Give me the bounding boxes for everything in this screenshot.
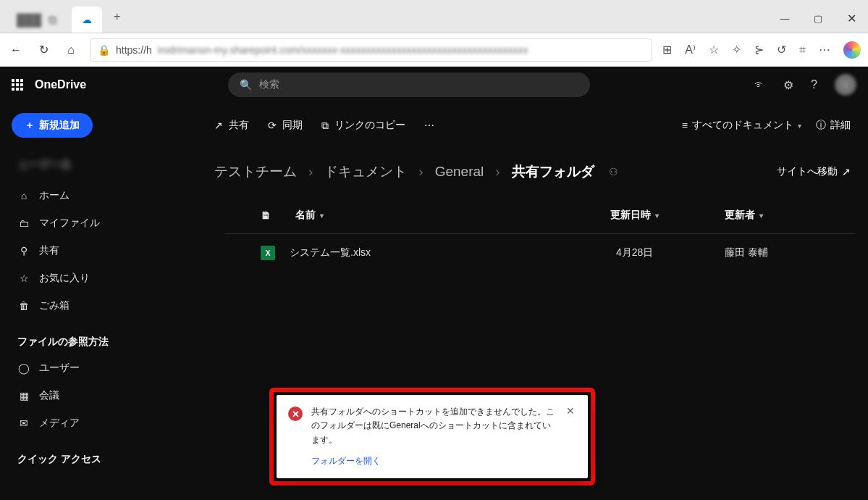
name-header[interactable]: 名前▾ — [295, 209, 604, 222]
new-button[interactable]: ＋ 新規追加 — [12, 113, 93, 138]
group-icon[interactable]: ⚇ — [609, 166, 618, 178]
trash-icon: 🗑 — [17, 300, 30, 312]
sync-icon: ⟳ — [268, 120, 277, 131]
sidebar-item-home[interactable]: ⌂ホーム — [12, 183, 198, 208]
browser-tab-strip: ███⧉ ☁ + — ▢ ✕ — [0, 0, 868, 33]
toast-message: 共有フォルダへのショートカットを追加できませんでした。このフォルダーは既にGen… — [311, 405, 555, 447]
back-button[interactable]: ← — [7, 43, 25, 57]
file-type-header[interactable]: 🗎 — [261, 209, 290, 221]
breadcrumb-current: 共有フォルダ — [512, 162, 594, 181]
address-bar[interactable]: 🔒 https://hirodrimansn-my.sharepoint.com… — [90, 38, 652, 62]
home-icon: ⌂ — [17, 190, 30, 201]
sidebar-section-browse: ファイルの参照方法 — [12, 327, 198, 353]
more-icon[interactable]: ⋯ — [819, 43, 830, 57]
help-icon[interactable]: ? — [811, 78, 817, 91]
copilot-icon[interactable] — [843, 41, 861, 59]
star-icon: ☆ — [17, 272, 30, 284]
toast-highlight-border: ✕ 共有フォルダへのショートカットを追加できませんでした。このフォルダーは既にG… — [269, 388, 595, 486]
app-header: OneDrive 🔍 検索 ᯤ ⚙ ? — [0, 67, 868, 103]
screenshot-icon[interactable]: ⌗ — [799, 43, 806, 57]
close-window-button[interactable]: ✕ — [835, 4, 868, 33]
copy-link-button[interactable]: ⧉リンクのコピー — [321, 119, 405, 132]
author-header[interactable]: 更新者▾ — [725, 209, 840, 222]
file-name[interactable]: システム一覧.xlsx — [290, 246, 616, 259]
file-table: 🗎 名前▾ 更新日時▾ 更新者▾ X システム一覧.xlsx 4月28日 藤田 … — [224, 197, 855, 272]
sidebar-item-trash[interactable]: 🗑ごみ箱 — [12, 293, 198, 318]
file-author: 藤田 泰輔 — [725, 246, 840, 259]
inactive-tab[interactable]: ███⧉ — [6, 8, 67, 33]
list-icon: ≡ — [682, 120, 688, 131]
person-icon: ◯ — [17, 362, 30, 374]
user-avatar[interactable] — [835, 74, 856, 96]
lock-icon: 🔒 — [98, 44, 110, 56]
chevron-right-icon: › — [308, 164, 313, 180]
open-folder-link[interactable]: フォルダーを開く — [311, 454, 555, 468]
sidebar: ＋ 新規追加 ユーザー名 ⌂ホーム 🗀マイファイル ⚲共有 ☆お気に入り 🗑ごみ… — [0, 103, 210, 500]
chevron-right-icon: › — [495, 164, 500, 180]
command-bar: ↗共有 ⟳同期 ⧉リンクのコピー ⋯ ≡すべてのドキュメント▾ ⓘ詳細 — [210, 112, 855, 139]
sync-button[interactable]: ⟳同期 — [268, 119, 303, 132]
go-to-site-link[interactable]: サイトへ移動↗ — [777, 165, 851, 178]
sidebar-item-favorites[interactable]: ☆お気に入り — [12, 266, 198, 291]
favorites-bar-icon[interactable]: ⊱ — [754, 43, 764, 57]
sidebar-item-media[interactable]: ✉メディア — [12, 411, 198, 436]
premium-icon[interactable]: ᯤ — [754, 78, 766, 91]
table-header: 🗎 名前▾ 更新日時▾ 更新者▾ — [224, 197, 855, 234]
browser-toolbar: ← ↻ ⌂ 🔒 https://hirodrimansn-my.sharepoi… — [0, 33, 868, 67]
address-prefix: https://h — [116, 44, 152, 56]
modified-header[interactable]: 更新日時▾ — [610, 209, 719, 222]
maximize-button[interactable]: ▢ — [801, 4, 835, 33]
chevron-right-icon: › — [418, 164, 423, 180]
new-tab-button[interactable]: + — [105, 10, 129, 23]
link-icon: ⧉ — [321, 120, 329, 132]
refresh-button[interactable]: ↻ — [35, 43, 52, 57]
view-selector[interactable]: ≡すべてのドキュメント▾ — [682, 119, 801, 132]
search-icon: 🔍 — [240, 79, 252, 91]
table-row[interactable]: X システム一覧.xlsx 4月28日 藤田 泰輔 — [224, 234, 855, 272]
share-button[interactable]: ↗共有 — [214, 119, 249, 132]
external-icon: ↗ — [842, 166, 851, 178]
file-date: 4月28日 — [616, 246, 725, 259]
shopping-icon[interactable]: ⊞ — [662, 43, 672, 57]
sidebar-item-users[interactable]: ◯ユーザー — [12, 356, 198, 380]
calendar-icon: ▦ — [17, 390, 30, 401]
extensions-icon[interactable]: ✧ — [732, 43, 741, 57]
breadcrumb-item[interactable]: General — [435, 164, 484, 180]
sidebar-item-myfiles[interactable]: 🗀マイファイル — [12, 211, 198, 236]
tabs-icon: ⧉ — [49, 14, 56, 27]
search-input[interactable]: 🔍 検索 — [228, 72, 590, 97]
people-icon: ⚲ — [17, 245, 30, 257]
breadcrumb-item[interactable]: テストチーム — [214, 162, 297, 181]
settings-icon[interactable]: ⚙ — [783, 78, 793, 92]
read-aloud-icon[interactable]: A⁾ — [685, 43, 696, 57]
minimize-button[interactable]: — — [768, 4, 801, 33]
chevron-down-icon: ▾ — [655, 212, 659, 220]
address-blurred: irodrimansn-my.sharepoint.com/xxxxxxx-xx… — [158, 44, 528, 56]
app-launcher-icon[interactable] — [12, 79, 23, 91]
home-button[interactable]: ⌂ — [62, 43, 80, 57]
chevron-down-icon: ▾ — [759, 212, 763, 220]
app-title: OneDrive — [35, 78, 86, 91]
toast-close-button[interactable]: ✕ — [563, 405, 578, 468]
search-placeholder: 検索 — [259, 78, 279, 91]
error-icon: ✕ — [288, 407, 303, 421]
overflow-button[interactable]: ⋯ — [424, 120, 434, 131]
details-button[interactable]: ⓘ詳細 — [816, 119, 851, 132]
error-toast: ✕ 共有フォルダへのショートカットを追加できませんでした。このフォルダーは既にG… — [277, 395, 588, 478]
info-icon: ⓘ — [816, 119, 826, 132]
folder-icon: 🗀 — [17, 217, 30, 229]
breadcrumb: テストチーム › ドキュメント › General › 共有フォルダ ⚇ サイト… — [210, 139, 855, 197]
onedrive-cloud-icon: ☁ — [82, 14, 92, 25]
sidebar-item-shared[interactable]: ⚲共有 — [12, 238, 198, 263]
chevron-down-icon: ▾ — [798, 122, 801, 130]
excel-file-icon: X — [261, 246, 275, 260]
sidebar-section-quick: クイック アクセス — [12, 444, 198, 470]
history-icon[interactable]: ↺ — [777, 43, 786, 57]
sidebar-user: ユーザー名 — [12, 154, 198, 176]
breadcrumb-item[interactable]: ドキュメント — [324, 162, 407, 181]
chevron-down-icon: ▾ — [320, 212, 324, 220]
onedrive-app: OneDrive 🔍 検索 ᯤ ⚙ ? ＋ 新規追加 ユーザー名 ⌂ホーム 🗀マ… — [0, 67, 868, 500]
favorite-icon[interactable]: ☆ — [709, 43, 719, 57]
sidebar-item-meetings[interactable]: ▦会議 — [12, 383, 198, 408]
active-tab[interactable]: ☁ — [72, 7, 102, 33]
